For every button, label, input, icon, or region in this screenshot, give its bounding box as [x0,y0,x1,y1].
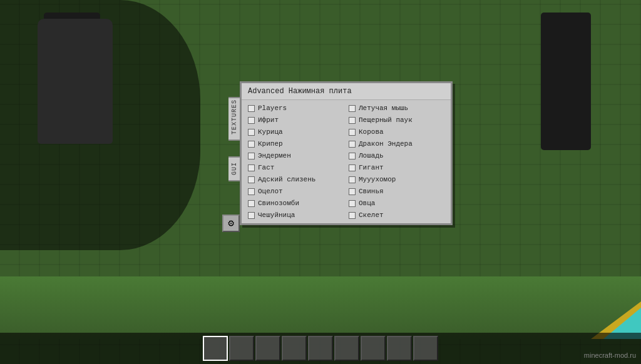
checkbox-endermen[interactable] [248,153,255,159]
checkbox-row-gast[interactable]: Гаст [245,162,346,173]
dialog-content: PlayersЛетучая мышьИфритПещерный паукКур… [242,100,451,223]
checkbox-korova[interactable] [349,129,356,136]
checkbox-svinozombi[interactable] [248,200,255,207]
checkbox-row-ovtsa[interactable]: Овца [346,198,447,209]
checkbox-row-endermen[interactable]: Эндермен [245,150,346,161]
hotbar-slot-3[interactable] [255,336,280,361]
label-kuritsa: Курица [258,128,283,136]
checkbox-drakon-endera[interactable] [349,141,356,148]
dialog-title: Advanced Нажимная плита [242,83,451,100]
hotbar-slot-6[interactable] [334,336,359,361]
checkbox-row-pescherniy-pauk[interactable]: Пещерный паук [346,114,447,126]
label-drakon-endera: Дракон Эндера [359,140,413,148]
label-gigant: Гигант [359,164,384,171]
bg-mob-body [38,19,113,144]
checkbox-players[interactable] [248,105,255,112]
label-adskiy-slizen: Адский слизень [258,176,315,183]
hotbar-slot-2[interactable] [229,336,254,361]
checkbox-ifrit[interactable] [248,117,255,124]
checkbox-row-svinozombi[interactable]: Свинозомби [245,198,346,209]
checkbox-row-gigant[interactable]: Гигант [346,162,447,173]
label-svinya: Свинья [359,188,384,195]
checkbox-ovtsa[interactable] [349,200,356,207]
checkbox-kuritsa[interactable] [248,129,255,136]
label-svinozombi: Свинозомби [258,200,299,207]
checkbox-pescherniy-pauk[interactable] [349,117,356,124]
label-gast: Гаст [258,164,274,171]
bg-enderman [541,13,591,150]
checkbox-row-kuritsa[interactable]: Курица [245,126,346,138]
label-ifrit: Ифрит [258,116,279,124]
bg-grass [0,276,641,339]
label-korova: Корова [359,128,384,136]
checkbox-row-skelet[interactable]: Скелет [346,210,447,221]
checkbox-letuchaya-mysh[interactable] [349,105,356,112]
checkbox-svinya[interactable] [349,188,356,195]
checkbox-cheshuynista[interactable] [248,212,255,219]
checkbox-row-cheshuynista[interactable]: Чешуйница [245,210,346,221]
hotbar-slot-7[interactable] [361,336,386,361]
label-endermen: Эндермен [258,152,291,159]
checkbox-loshad[interactable] [349,153,356,159]
checkbox-gast[interactable] [248,164,255,171]
hotbar [0,333,641,364]
hotbar-slot-9[interactable] [413,336,438,361]
checkbox-row-players[interactable]: Players [245,103,346,114]
checkbox-row-kriper[interactable]: Крипер [245,138,346,149]
label-letuchaya-mysh: Летучая мышь [359,104,408,112]
hotbar-slot-4[interactable] [282,336,307,361]
hotbar-slot-1[interactable] [203,336,228,361]
gear-button[interactable]: ⚙ [222,215,240,232]
checkbox-gigant[interactable] [349,164,356,171]
label-ovtsa: Овца [359,200,375,207]
hotbar-slot-8[interactable] [387,336,412,361]
checkbox-muuukhomor[interactable] [349,176,356,183]
label-muuukhomor: Мууухомор [359,176,396,183]
checkbox-row-loshad[interactable]: Лошадь [346,150,447,161]
label-loshad: Лошадь [359,152,384,159]
label-cheshuynista: Чешуйница [258,211,295,219]
checkbox-row-korova[interactable]: Корова [346,126,447,138]
label-skelet: Скелет [359,211,384,219]
label-kriper: Крипер [258,140,283,148]
checkbox-row-svinya[interactable]: Свинья [346,186,447,197]
checkbox-row-adskiy-slizen[interactable]: Адский слизень [245,174,346,185]
watermark: minecraft-mod.ru [584,351,636,359]
checkbox-kriper[interactable] [248,141,255,148]
label-otselot: Оцелот [258,188,283,195]
checkbox-skelet[interactable] [349,212,356,219]
hotbar-slot-5[interactable] [308,336,333,361]
checkbox-row-muuukhomor[interactable]: Мууухомор [346,174,447,185]
checkbox-row-letuchaya-mysh[interactable]: Летучая мышь [346,103,447,114]
label-pescherniy-pauk: Пещерный паук [359,116,413,124]
dialog: Advanced Нажимная плита PlayersЛетучая м… [240,81,453,225]
checkbox-row-otselot[interactable]: Оцелот [245,186,346,197]
checkbox-row-ifrit[interactable]: Ифрит [245,114,346,126]
label-players: Players [258,104,287,112]
checkbox-row-drakon-endera[interactable]: Дракон Эндера [346,138,447,149]
checkbox-otselot[interactable] [248,188,255,195]
checkbox-adskiy-slizen[interactable] [248,176,255,183]
